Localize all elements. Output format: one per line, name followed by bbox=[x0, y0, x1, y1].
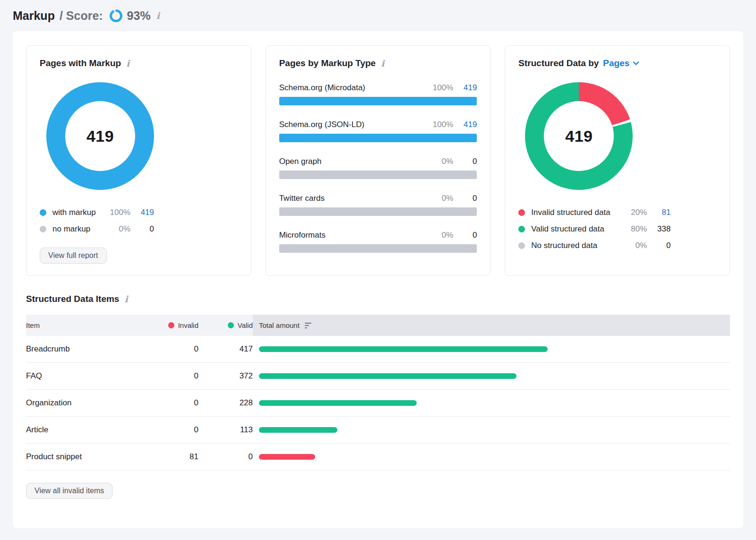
legend-item-none: No structured data 0% 0 bbox=[518, 237, 670, 254]
legend-value: 338 bbox=[647, 224, 670, 234]
markup-type-percent: 0% bbox=[425, 231, 453, 240]
legend-label: No structured data bbox=[531, 241, 619, 250]
table-row-organization: Organization 0 228 bbox=[26, 390, 730, 417]
legend-item-invalid: Invalid structured data 20% 81 bbox=[518, 204, 670, 221]
donut-total: 419 bbox=[565, 127, 593, 146]
legend-label: Valid structured data bbox=[531, 224, 619, 234]
summary-cards: Pages with Markup i 419 with markup 100%… bbox=[26, 45, 730, 276]
total-amount-bar bbox=[259, 427, 337, 433]
bar-fill bbox=[279, 97, 477, 105]
column-header-valid: Valid bbox=[198, 321, 253, 329]
legend-dot-red bbox=[518, 209, 525, 216]
invalid-dot-icon bbox=[168, 322, 174, 328]
legend-value-link[interactable]: 419 bbox=[130, 208, 154, 217]
valid-count: 113 bbox=[198, 425, 253, 435]
bar-track bbox=[279, 171, 477, 179]
card-pages-by-markup-type: Pages by Markup Type i Schema.org (Micro… bbox=[266, 45, 491, 276]
bar-track bbox=[279, 207, 477, 216]
view-all-invalid-items-button[interactable]: View all invalid items bbox=[26, 483, 112, 499]
markup-type-value-link[interactable]: 419 bbox=[453, 120, 477, 129]
table-row-product-snippet: Product snippet 81 0 bbox=[26, 444, 730, 471]
table-row-breadcrumb: Breadcrumb 0 417 bbox=[26, 336, 730, 363]
legend-dot-gray bbox=[518, 242, 525, 249]
invalid-count: 0 bbox=[144, 425, 198, 435]
legend-percent: 100% bbox=[102, 208, 130, 217]
item-name: Organization bbox=[26, 398, 144, 408]
bar-track bbox=[279, 97, 477, 105]
markup-type-value: 0 bbox=[453, 231, 477, 240]
structured-data-donut-chart: 419 bbox=[525, 82, 633, 190]
info-icon[interactable]: i bbox=[380, 59, 385, 68]
invalid-count: 0 bbox=[144, 398, 198, 408]
table-row-article: Article 0 113 bbox=[26, 417, 730, 444]
score-value: 93% bbox=[127, 9, 151, 23]
donut-total: 419 bbox=[86, 127, 114, 146]
markup-type-row-microformats: Microformats 0% 0 bbox=[279, 231, 477, 253]
legend: Invalid structured data 20% 81 Valid str… bbox=[518, 204, 670, 254]
markup-type-row-jsonld: Schema.org (JSON-LD) 100% 419 bbox=[279, 120, 477, 142]
column-header-label: Total amount bbox=[259, 321, 300, 329]
sort-descending-icon bbox=[305, 323, 311, 328]
valid-count: 372 bbox=[198, 371, 253, 381]
valid-count: 417 bbox=[198, 344, 253, 354]
item-name: Product snippet bbox=[26, 452, 144, 462]
invalid-count-link[interactable]: 81 bbox=[144, 452, 198, 462]
invalid-count: 0 bbox=[144, 371, 198, 381]
card-pages-with-markup: Pages with Markup i 419 with markup 100%… bbox=[26, 45, 251, 276]
legend-value-link[interactable]: 81 bbox=[647, 208, 670, 217]
bar-fill bbox=[279, 134, 477, 142]
total-amount-bar bbox=[259, 400, 417, 406]
card-title-text: Structured Data by bbox=[518, 58, 599, 69]
score-label: / Score: bbox=[60, 9, 103, 23]
legend-percent: 0% bbox=[102, 224, 130, 234]
total-amount-bar bbox=[259, 346, 548, 352]
markup-type-percent: 100% bbox=[425, 120, 453, 129]
card-title: Pages with Markup i bbox=[40, 58, 238, 69]
legend-item-no-markup: no markup 0% 0 bbox=[40, 221, 154, 237]
donut-hole: 419 bbox=[65, 101, 135, 171]
legend-label: with markup bbox=[52, 208, 102, 217]
info-icon[interactable]: i bbox=[123, 295, 129, 304]
markup-type-value: 0 bbox=[453, 157, 477, 166]
legend-percent: 0% bbox=[619, 241, 647, 250]
valid-count: 228 bbox=[198, 398, 253, 408]
structured-data-items-title: Structured Data Items i bbox=[26, 294, 730, 304]
legend-item-with-markup: with markup 100% 419 bbox=[40, 204, 154, 221]
card-structured-data-by-pages: Structured Data by Pages 419 Invalid str… bbox=[505, 45, 730, 276]
markup-type-label: Open graph bbox=[279, 157, 425, 166]
legend-item-valid: Valid structured data 80% 338 bbox=[518, 221, 670, 237]
score-ring-icon bbox=[110, 9, 122, 22]
legend-label: Invalid structured data bbox=[531, 208, 619, 217]
invalid-count: 0 bbox=[144, 344, 198, 354]
markup-type-label: Twitter cards bbox=[279, 194, 425, 203]
markup-type-percent: 100% bbox=[425, 83, 453, 93]
legend-value: 0 bbox=[647, 241, 670, 250]
total-amount-bar bbox=[259, 373, 516, 379]
column-header-label: Valid bbox=[238, 321, 253, 329]
info-icon[interactable]: i bbox=[155, 11, 161, 20]
legend-label: no markup bbox=[52, 224, 102, 234]
markup-type-value-link[interactable]: 419 bbox=[453, 83, 477, 93]
pages-dropdown[interactable]: Pages bbox=[603, 58, 629, 69]
column-header-label: Invalid bbox=[178, 321, 198, 329]
page-title: Markup bbox=[13, 9, 55, 23]
markup-type-row-open-graph: Open graph 0% 0 bbox=[279, 157, 477, 179]
legend-dot-blue bbox=[40, 209, 46, 216]
card-title-text: Pages by Markup Type bbox=[279, 58, 376, 69]
markup-type-value: 0 bbox=[453, 194, 477, 203]
card-title: Pages by Markup Type i bbox=[279, 58, 477, 69]
chevron-down-icon[interactable] bbox=[633, 61, 639, 66]
pages-with-markup-donut-chart: 419 bbox=[46, 82, 154, 190]
structured-data-items-table: Item Invalid Valid Total amount Breadcru… bbox=[26, 315, 730, 471]
column-header-total-amount[interactable]: Total amount bbox=[253, 315, 730, 336]
legend-dot-green bbox=[518, 226, 525, 232]
legend-percent: 80% bbox=[619, 224, 647, 234]
info-icon[interactable]: i bbox=[125, 59, 130, 68]
legend: with markup 100% 419 no markup 0% 0 bbox=[40, 204, 154, 237]
view-full-report-button[interactable]: View full report bbox=[40, 248, 107, 264]
total-amount-bar bbox=[259, 454, 315, 460]
markup-type-percent: 0% bbox=[425, 157, 453, 166]
markup-type-percent: 0% bbox=[425, 194, 453, 203]
item-name: Breadcrumb bbox=[26, 344, 144, 354]
markup-type-row-twitter-cards: Twitter cards 0% 0 bbox=[279, 194, 477, 216]
